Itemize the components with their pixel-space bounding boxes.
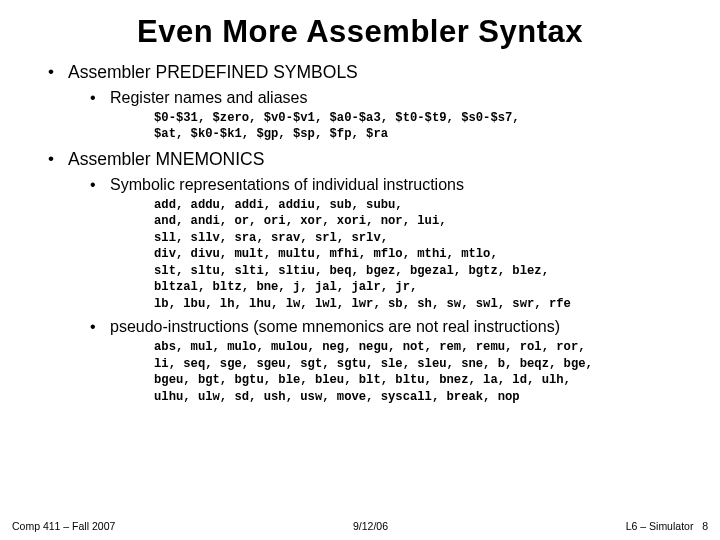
bullet-text: Assembler PREDEFINED SYMBOLS — [68, 62, 358, 82]
sublist: Symbolic representations of individual i… — [68, 176, 690, 405]
bullet-text: Symbolic representations of individual i… — [110, 176, 464, 193]
footer-center: 9/12/06 — [353, 520, 388, 532]
bullet-predefined-symbols: Assembler PREDEFINED SYMBOLS Register na… — [48, 62, 690, 143]
bullet-pseudo-instructions: pseudo-instructions (some mnemonics are … — [90, 318, 690, 405]
footer-left: Comp 411 – Fall 2007 — [12, 520, 115, 532]
bullet-text: pseudo-instructions (some mnemonics are … — [110, 318, 560, 335]
footer-right-label: L6 – Simulator — [626, 520, 694, 532]
bullet-list: Assembler PREDEFINED SYMBOLS Register na… — [30, 62, 690, 405]
footer: Comp 411 – Fall 2007 9/12/06 L6 – Simula… — [0, 520, 720, 532]
footer-page: 8 — [702, 520, 708, 532]
sublist: Register names and aliases $0-$31, $zero… — [68, 89, 690, 143]
bullet-text: Register names and aliases — [110, 89, 307, 106]
slide-title: Even More Assembler Syntax — [30, 14, 690, 50]
bullet-mnemonics: Assembler MNEMONICS Symbolic representat… — [48, 149, 690, 405]
slide: Even More Assembler Syntax Assembler PRE… — [0, 0, 720, 540]
code-pseudo: abs, mul, mulo, mulou, neg, negu, not, r… — [154, 339, 690, 405]
bullet-symbolic-representations: Symbolic representations of individual i… — [90, 176, 690, 312]
footer-right: L6 – Simulator 8 — [626, 520, 708, 532]
code-instructions: add, addu, addi, addiu, sub, subu, and, … — [154, 197, 690, 312]
code-registers: $0-$31, $zero, $v0-$v1, $a0-$a3, $t0-$t9… — [154, 110, 690, 143]
bullet-text: Assembler MNEMONICS — [68, 149, 264, 169]
bullet-register-names: Register names and aliases $0-$31, $zero… — [90, 89, 690, 143]
